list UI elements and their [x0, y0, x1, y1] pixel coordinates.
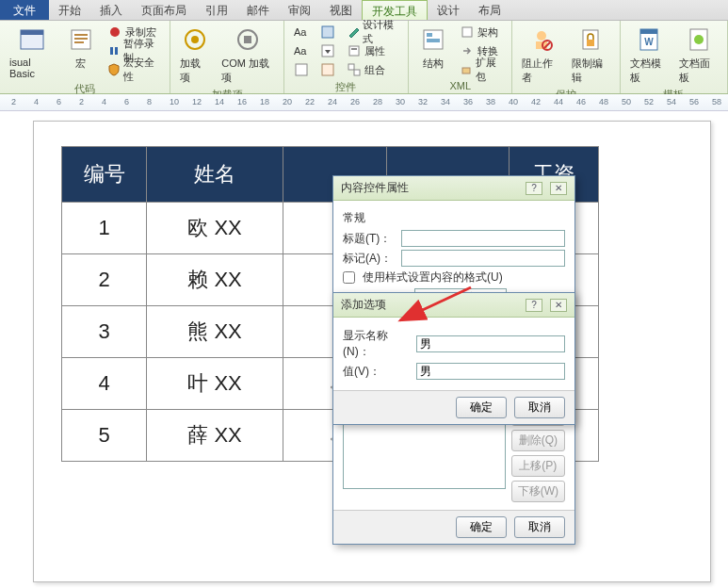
restrict-editing-label: 限制编辑	[572, 57, 610, 85]
tab-file[interactable]: 文件	[0, 0, 49, 20]
group-xml: 结构 架构 转换 扩展包 XML	[409, 21, 513, 93]
value-label: 值(V)：	[343, 364, 413, 380]
tab-references[interactable]: 引用	[196, 0, 237, 20]
movedown-button[interactable]: 下移(W)	[511, 481, 565, 502]
doc-panel-label: 文档面板	[679, 57, 718, 85]
visual-basic-button[interactable]: isual Basic	[6, 23, 58, 81]
tab-tablelayout[interactable]: 布局	[469, 0, 510, 20]
help-icon[interactable]: ?	[526, 299, 542, 312]
dialog2-ok-button[interactable]: 确定	[456, 397, 507, 418]
structure-button[interactable]: 结构	[414, 23, 452, 79]
tab-developer[interactable]: 开发工具	[362, 0, 428, 20]
properties-label: 属性	[364, 44, 385, 58]
display-name-label: 显示名称(N)：	[343, 328, 413, 360]
svg-rect-5	[74, 41, 84, 43]
svg-rect-22	[427, 33, 432, 37]
tab-insert[interactable]: 插入	[90, 0, 132, 20]
com-addins-button[interactable]: COM 加载项	[218, 23, 278, 87]
svg-text:W: W	[644, 37, 654, 47]
close-icon[interactable]: ✕	[550, 299, 567, 312]
tag-field-label: 标记(A)：	[343, 251, 397, 267]
title-input[interactable]	[401, 230, 565, 247]
design-mode-button[interactable]: 设计模式	[343, 23, 402, 41]
svg-rect-33	[640, 29, 657, 34]
richtext-control-button[interactable]: Aa	[290, 23, 313, 41]
dialog2-titlebar[interactable]: 添加选项 ?✕	[333, 293, 574, 318]
dialog1-titlebar[interactable]: 内容控件属性 ?✕	[333, 176, 574, 201]
group-label: 组合	[364, 63, 385, 77]
doc-template-label: 文档模板	[630, 57, 669, 85]
structure-label: 结构	[423, 57, 444, 71]
close-icon[interactable]: ✕	[550, 182, 567, 195]
dropdown-control-button[interactable]	[316, 41, 339, 60]
plaintext-control-button[interactable]: Aa	[290, 41, 313, 60]
svg-rect-31	[587, 40, 594, 46]
dialog1-cancel-button[interactable]: 取消	[514, 516, 565, 538]
tab-review[interactable]: 审阅	[279, 0, 320, 20]
svg-rect-25	[462, 68, 470, 74]
tab-home[interactable]: 开始	[49, 0, 90, 20]
doc-template-button[interactable]: W文档模板	[626, 23, 672, 87]
tab-view[interactable]: 视图	[320, 0, 362, 20]
moveup-button[interactable]: 上移(P)	[511, 455, 565, 477]
use-style-label: 使用样式设置内容的格式(U)	[363, 270, 503, 286]
group-addins: 加载项 COM 加载项 加载项	[170, 21, 284, 93]
svg-rect-17	[349, 46, 359, 56]
macros-label: 宏	[75, 57, 86, 71]
svg-point-36	[694, 35, 704, 44]
restrict-editing-button[interactable]: 限制编辑	[568, 23, 614, 87]
use-style-checkbox[interactable]	[343, 271, 355, 284]
more-controls-button[interactable]	[290, 60, 313, 79]
visual-basic-label: isual Basic	[9, 57, 55, 79]
value-input[interactable]	[416, 363, 565, 380]
tag-input[interactable]	[401, 250, 565, 267]
properties-button[interactable]: 属性	[343, 41, 402, 60]
svg-rect-16	[322, 64, 333, 75]
svg-rect-4	[74, 38, 88, 40]
legacy-tools-button[interactable]	[316, 60, 339, 79]
group-protect: 阻止作者 限制编辑 保护	[512, 21, 620, 93]
group-control-button[interactable]: 组合	[343, 60, 402, 79]
picture-control-button[interactable]	[316, 23, 339, 41]
schema-button[interactable]: 架构	[456, 23, 507, 41]
expansion-button[interactable]: 扩展包	[456, 60, 507, 79]
svg-rect-20	[354, 70, 360, 75]
svg-rect-23	[427, 39, 440, 42]
svg-rect-8	[115, 47, 118, 55]
tab-layout[interactable]: 页面布局	[132, 0, 196, 20]
block-authors-label: 阻止作者	[522, 57, 560, 85]
dialog1-title: 内容控件属性	[341, 180, 409, 196]
th-name: 姓名	[147, 147, 283, 203]
svg-rect-12	[244, 36, 251, 43]
svg-rect-1	[21, 30, 43, 35]
ruler: 2462468101214161820222426283032343638404…	[0, 94, 728, 111]
th-number: 编号	[62, 147, 147, 203]
group-xml-label: XML	[414, 79, 507, 92]
macros-button[interactable]: 宏	[62, 23, 100, 81]
svg-rect-7	[110, 47, 113, 55]
svg-rect-24	[462, 27, 472, 37]
svg-point-26	[537, 31, 546, 41]
doc-panel-button[interactable]: 文档面板	[675, 23, 721, 87]
dialog2-cancel-button[interactable]: 取消	[514, 397, 565, 418]
aa-label2: Aa	[294, 45, 306, 57]
help-icon[interactable]: ?	[526, 182, 542, 195]
addins-label: 加载项	[180, 57, 210, 85]
com-addins-label: COM 加载项	[221, 57, 274, 85]
macro-security-button[interactable]: 宏安全性	[104, 60, 165, 79]
svg-point-6	[110, 27, 120, 37]
group-controls: Aa Aa 设计模式 属性 组合 控件	[284, 21, 409, 93]
svg-point-10	[191, 36, 199, 43]
group-code: isual Basic 宏 录制宏 暂停录制 宏安全性 代码	[0, 21, 170, 93]
schema-label: 架构	[477, 25, 498, 40]
dialog2-title: 添加选项	[341, 297, 386, 313]
svg-rect-19	[348, 64, 354, 70]
tab-design[interactable]: 设计	[428, 0, 469, 20]
block-authors-button[interactable]: 阻止作者	[518, 23, 564, 87]
display-name-input[interactable]	[416, 335, 565, 352]
svg-rect-18	[351, 48, 357, 50]
dialog1-ok-button[interactable]: 确定	[456, 516, 507, 538]
delete-button[interactable]: 删除(Q)	[511, 430, 565, 451]
addins-button[interactable]: 加载项	[176, 23, 214, 87]
tab-mailings[interactable]: 邮件	[237, 0, 279, 20]
